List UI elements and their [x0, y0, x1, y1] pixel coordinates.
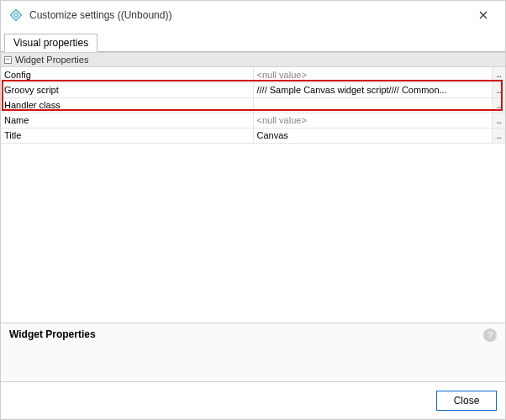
description-title: Widget Properties — [9, 328, 483, 340]
close-button[interactable]: Close — [436, 391, 497, 411]
property-name: Title — [1, 128, 253, 143]
window-title: Customize settings ((Unbound)) — [29, 9, 466, 21]
app-icon — [9, 8, 23, 22]
dialog-footer: Close — [1, 381, 505, 419]
property-name: Groovy script — [1, 82, 253, 97]
ellipsis-button[interactable]: ... — [492, 67, 505, 82]
ellipsis-button[interactable]: ... — [492, 128, 505, 143]
property-table: Config <null value> ... Groovy script //… — [1, 67, 505, 144]
help-icon[interactable]: ? — [483, 328, 497, 342]
tab-visual-properties[interactable]: Visual properties — [4, 34, 98, 52]
collapse-toggle-icon[interactable]: − — [4, 56, 12, 64]
titlebar: Customize settings ((Unbound)) — [1, 1, 505, 29]
property-name: Name — [1, 113, 253, 128]
property-row-name[interactable]: Name <null value> ... — [1, 113, 505, 128]
property-value[interactable]: <null value> — [253, 113, 492, 128]
ellipsis-button[interactable]: ... — [492, 97, 505, 113]
property-grid: − Widget Properties Config <null value> … — [1, 52, 505, 323]
group-header-label: Widget Properties — [15, 55, 88, 65]
svg-point-0 — [14, 13, 18, 18]
property-name: Handler class — [1, 97, 253, 113]
property-value[interactable] — [253, 97, 492, 113]
property-row-groovy-script[interactable]: Groovy script //// Sample Canvas widget … — [1, 82, 505, 97]
window-close-button[interactable] — [466, 3, 500, 27]
property-row-handler-class[interactable]: Handler class ... — [1, 97, 505, 113]
dialog-body: − Widget Properties Config <null value> … — [1, 52, 505, 419]
property-row-title[interactable]: Title Canvas ... — [1, 128, 505, 143]
description-panel: Widget Properties ? — [1, 323, 505, 381]
property-value[interactable]: //// Sample Canvas widget script//// Com… — [253, 82, 492, 97]
group-header-widget-properties[interactable]: − Widget Properties — [1, 52, 505, 67]
tab-bar: Visual properties — [1, 29, 505, 52]
dialog-window: Customize settings ((Unbound)) Visual pr… — [0, 0, 506, 420]
property-value[interactable]: Canvas — [253, 128, 492, 143]
ellipsis-button[interactable]: ... — [492, 113, 505, 128]
property-name: Config — [1, 67, 253, 82]
property-row-config[interactable]: Config <null value> ... — [1, 67, 505, 82]
property-value[interactable]: <null value> — [253, 67, 492, 82]
ellipsis-button[interactable]: ... — [492, 82, 505, 97]
